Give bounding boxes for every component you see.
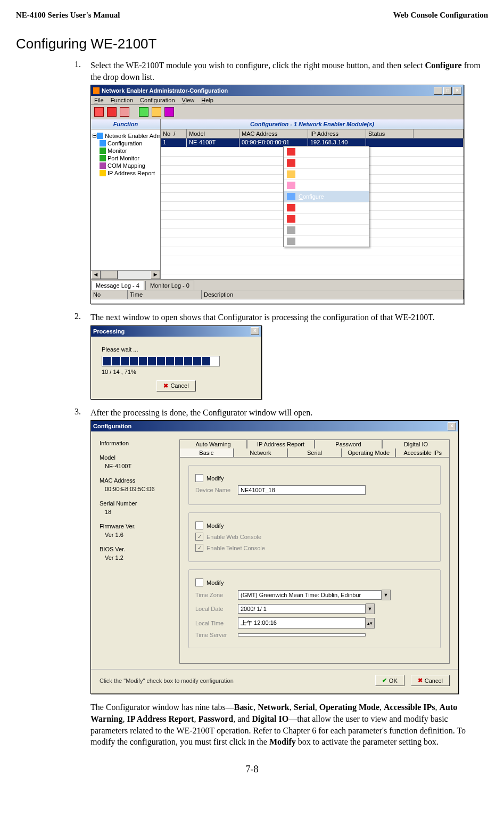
toolbar-icon-6[interactable]: [164, 107, 174, 117]
tab-message-log[interactable]: Message Log - 4: [91, 281, 144, 290]
figure-processing-window: Processing × Please wait ... 10 / 14 , 7…: [90, 325, 483, 399]
upgrade-icon: [287, 204, 295, 211]
log-tabs: Message Log - 4 Monitor Log - 0: [91, 279, 464, 290]
menu-configuration[interactable]: Configuration: [140, 97, 175, 103]
broadcast-icon: [287, 148, 295, 156]
ok-label: OK: [389, 678, 398, 684]
scroll-right-button[interactable]: ►: [151, 271, 160, 279]
right-pane-header: Configuration - 1 Network Enabler Module…: [161, 119, 464, 129]
tab-serial[interactable]: Serial: [287, 448, 342, 457]
config-right-panel: Auto Warning IP Address Report Password …: [179, 439, 450, 664]
minimize-button[interactable]: _: [434, 87, 442, 95]
cancel-label: Cancel: [170, 382, 188, 389]
log-col-no[interactable]: No: [91, 290, 128, 299]
ok-button[interactable]: ✔ OK: [375, 675, 404, 686]
close-button[interactable]: ×: [453, 87, 461, 95]
figure-admin-window: Network Enabler Administrator-Configurat…: [90, 85, 483, 304]
info-model-value: NE-4100T: [100, 462, 179, 471]
info-icon: [100, 140, 106, 146]
cancel-button[interactable]: ✖ Cancel: [411, 675, 450, 686]
menu-function[interactable]: Function: [111, 97, 133, 103]
date-dropdown-button[interactable]: ▼: [366, 603, 375, 614]
tab-operating-mode[interactable]: Operating Mode: [342, 448, 396, 457]
col-ip[interactable]: IP Address: [308, 129, 366, 138]
context-menu: Broadcast Search Specify by IP Address L…: [283, 146, 369, 247]
tree-item-monitor[interactable]: Monitor: [92, 147, 159, 154]
local-time-input[interactable]: 上午 12:00:16: [238, 617, 366, 629]
port-monitor-icon: [100, 155, 106, 161]
ctx-unlock[interactable]: Unlock: [284, 180, 369, 191]
step-number: 3.: [75, 407, 90, 417]
ctx-configure[interactable]: Configure: [284, 191, 369, 202]
time-server-input[interactable]: [238, 633, 366, 637]
export-icon: [287, 215, 295, 223]
assign-ip-icon: [287, 238, 295, 245]
cancel-button[interactable]: ✖ Cancel: [156, 380, 195, 391]
tree-root[interactable]: ⊟ Network Enabler Admin: [92, 132, 159, 140]
toolbar-icon-4[interactable]: [139, 107, 148, 117]
time-server-label: Time Server: [195, 632, 238, 638]
maximize-button[interactable]: □: [443, 87, 452, 95]
menu-file[interactable]: FFileile: [94, 97, 104, 103]
ctx-specify-ip[interactable]: Specify by IP Address: [284, 158, 369, 169]
info-model-label: Model: [100, 453, 179, 462]
ctx-upgrade-firmware[interactable]: Upgrade Firmware: [284, 202, 369, 214]
enable-web-checkbox[interactable]: ✓: [195, 533, 203, 541]
close-button[interactable]: ×: [251, 327, 259, 335]
tree-scrollbar[interactable]: ◄ ►: [91, 270, 160, 279]
time-spinner-button[interactable]: ▴▾: [366, 618, 375, 629]
menu-help[interactable]: Help: [201, 97, 213, 103]
enable-telnet-checkbox[interactable]: ✓: [195, 544, 203, 552]
page-header: NE-4100 Series User's Manual Web Console…: [16, 11, 488, 20]
ctx-export-config[interactable]: Export Configuration: [284, 214, 369, 225]
col-status[interactable]: Status: [366, 129, 414, 138]
modify-checkbox-1[interactable]: [195, 474, 203, 482]
locate-icon: [287, 170, 295, 178]
toolbar-icon-2[interactable]: [107, 107, 117, 117]
tab-monitor-log[interactable]: Monitor Log - 0: [145, 281, 194, 290]
please-wait-label: Please wait ...: [102, 346, 251, 353]
left-pane-header: Function: [91, 119, 160, 129]
col-model[interactable]: Model: [187, 129, 239, 138]
processing-title: Processing: [93, 328, 250, 335]
toolbar-icon-3[interactable]: [120, 107, 129, 117]
com-mapping-icon: [100, 162, 106, 169]
tree-item-com-mapping[interactable]: COM Mapping: [92, 162, 159, 169]
device-name-input[interactable]: NE4100T_18: [238, 485, 366, 495]
tab-basic[interactable]: Basic: [179, 448, 234, 457]
ctx-locate[interactable]: Locate: [284, 169, 369, 180]
ctx-broadcast-search[interactable]: Broadcast Search: [284, 146, 369, 158]
timezone-dropdown-button[interactable]: ▼: [382, 590, 391, 600]
scroll-left-button[interactable]: ◄: [91, 271, 101, 279]
tab-digital-io[interactable]: Digital IO: [382, 439, 450, 448]
tree-item-ip-report[interactable]: IP Address Report: [92, 169, 159, 177]
modify-checkbox-3[interactable]: [195, 578, 203, 586]
close-button[interactable]: ×: [448, 422, 456, 430]
tree-item-port-monitor[interactable]: Port Monitor: [92, 154, 159, 162]
tree-item-configuration[interactable]: Configuration: [92, 140, 159, 147]
timezone-select[interactable]: (GMT) Greenwich Mean Time: Dublin, Edinb…: [238, 590, 382, 600]
menu-view[interactable]: View: [182, 97, 195, 103]
step-1: 1. Select the WE-2100T module you wish t…: [75, 60, 483, 83]
ctx-import-config[interactable]: Import Configuration: [284, 225, 369, 236]
local-date-input[interactable]: 2000/ 1/ 1: [238, 604, 366, 614]
info-firmware-label: Firmware Ver.: [100, 522, 179, 531]
tab-password[interactable]: Password: [315, 439, 382, 448]
toolbar-icon-1[interactable]: [94, 107, 104, 117]
log-col-time[interactable]: Time: [128, 290, 202, 299]
ctx-assign-ip[interactable]: Assign IP Address: [284, 236, 369, 247]
tab-accessible-ips[interactable]: Accessible IPs: [395, 448, 450, 457]
toolbar-icon-5[interactable]: [152, 107, 161, 117]
grid-row-selected[interactable]: 1 NE-4100T 00:90:E8:00:00:01 192.168.3.1…: [161, 138, 464, 148]
app-icon: [93, 87, 100, 94]
tab-network[interactable]: Network: [234, 448, 288, 457]
log-col-desc[interactable]: Description: [202, 290, 464, 299]
tab-ip-address-report[interactable]: IP Address Report: [247, 439, 315, 448]
tab-auto-warning[interactable]: Auto Warning: [179, 439, 247, 448]
modify-checkbox-2[interactable]: [195, 521, 203, 529]
step-text: Select the WE-2100T module you wish to c…: [90, 60, 483, 83]
menubar: FFileile Function Configuration View Hel…: [91, 96, 464, 105]
col-no[interactable]: No /: [161, 129, 187, 138]
scroll-thumb[interactable]: [101, 271, 118, 279]
col-mac[interactable]: MAC Address: [239, 129, 308, 138]
